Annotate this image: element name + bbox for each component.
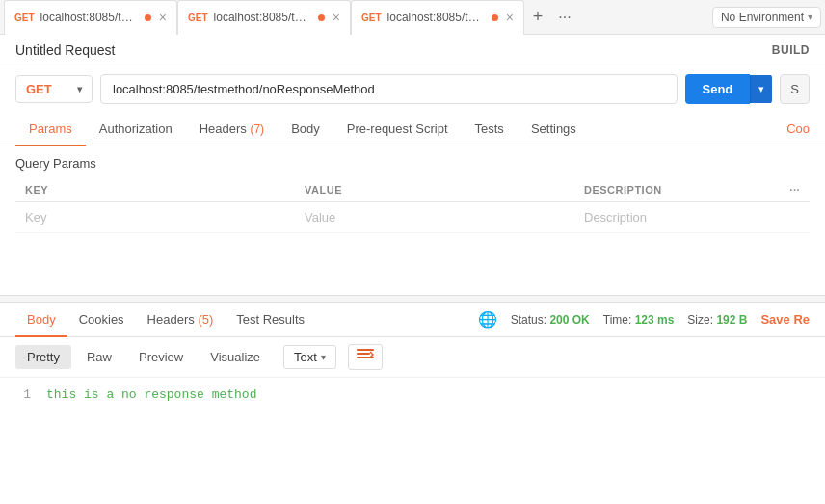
tab-1-close-icon[interactable]: × [159,10,167,25]
tab-3-close-icon[interactable]: × [506,10,514,25]
tab-3[interactable]: GET localhost:8085/testmet... × [351,0,524,35]
query-params-title: Query Params [15,156,810,171]
resp-tab-body-label: Body [27,312,56,327]
tab-params-label: Params [29,121,72,136]
resp-headers-badge: (5) [198,312,213,327]
scroll-button[interactable]: S [780,74,810,104]
format-tab-pretty-label: Pretty [27,350,60,364]
tab-1[interactable]: GET localhost:8085/testmet... × [4,0,177,35]
size-stat: Size: 192 B [687,313,747,327]
resp-tab-test-results-label: Test Results [236,312,305,327]
params-table: KEY VALUE DESCRIPTION ··· Key Value Desc… [15,178,810,233]
url-input[interactable] [100,74,678,104]
line-number-1: 1 [15,387,31,402]
response-tabs-bar: Body Cookies Headers (5) Test Results 🌐 … [0,303,825,337]
send-dropdown-button[interactable]: ▾ [750,75,772,103]
method-chevron-icon: ▾ [77,84,82,94]
tab-2-method: GET [188,13,208,23]
request-tabs: Params Authorization Headers (7) Body Pr… [0,112,825,146]
tab-2[interactable]: GET localhost:8085/testclas... × [177,0,351,35]
code-content-1: this is a no response method [46,387,256,402]
resp-tab-body[interactable]: Body [15,303,67,337]
tab-settings[interactable]: Settings [518,112,590,146]
response-status-bar: 🌐 Status: 200 OK Time: 123 ms Size: 192 … [478,310,810,329]
tab-tests[interactable]: Tests [462,112,518,146]
tab-headers-label: Headers [200,121,247,136]
send-button-group: Send ▾ [685,74,773,104]
svg-rect-1 [357,353,370,355]
value-placeholder[interactable]: Value [295,202,574,233]
globe-icon: 🌐 [478,310,497,329]
format-tab-visualize-label: Visualize [210,350,260,364]
code-area: 1 this is a no response method [0,378,825,411]
tab-bar: GET localhost:8085/testmet... × GET loca… [0,0,825,35]
request-title-bar: Untitled Request BUILD [0,35,825,66]
tab-1-url: localhost:8085/testmet... [40,11,139,24]
format-type-dropdown[interactable]: Text ▾ [283,345,336,369]
tab-body[interactable]: Body [278,112,333,146]
resp-tab-test-results[interactable]: Test Results [225,303,316,337]
tab-2-dot [318,14,325,21]
request-title: Untitled Request [15,42,116,58]
tab-prerequest[interactable]: Pre-request Script [333,112,462,146]
time-stat: Time: 123 ms [603,313,675,327]
status-badge: Status: 200 OK [511,313,590,327]
tab-prerequest-label: Pre-request Script [347,121,448,136]
build-button[interactable]: BUILD [772,43,810,57]
send-button[interactable]: Send [685,74,751,104]
wrap-lines-button[interactable] [348,344,383,370]
tab-3-method: GET [361,13,382,23]
tab-authorization-label: Authorization [99,121,173,136]
resp-tab-cookies-label: Cookies [79,312,124,327]
method-label: GET [26,82,52,96]
row-actions [771,202,810,233]
code-line-1: 1 this is a no response method [15,387,810,402]
format-tab-pretty[interactable]: Pretty [15,345,71,369]
tab-3-dot [492,14,498,21]
format-type-label: Text [294,350,317,364]
format-tab-preview[interactable]: Preview [127,345,195,369]
svg-rect-0 [357,349,374,351]
tab-2-close-icon[interactable]: × [333,10,340,25]
env-label: No Environment [721,11,804,24]
tab-2-url: localhost:8085/testclas... [214,11,312,24]
actions-column-header: ··· [771,178,810,202]
section-divider [0,295,825,303]
format-chevron-icon: ▾ [321,352,326,362]
more-tabs-button[interactable]: ··· [551,4,578,31]
resp-tab-cookies[interactable]: Cookies [67,303,136,337]
key-column-header: KEY [15,178,295,202]
tab-authorization[interactable]: Authorization [86,112,186,146]
tab-body-label: Body [291,121,320,136]
wrap-icon [357,349,374,362]
query-params-section: Query Params KEY VALUE DESCRIPTION ··· K… [0,146,825,237]
environment-selector[interactable]: No Environment ▾ [712,7,821,28]
tab-headers[interactable]: Headers (7) [186,112,278,146]
tab-params[interactable]: Params [15,112,86,146]
method-select[interactable]: GET ▾ [15,75,93,103]
format-tabs-bar: Pretty Raw Preview Visualize Text ▾ [0,337,825,378]
headers-badge: (7) [250,122,264,136]
save-response-button[interactable]: Save Re [760,312,810,327]
new-tab-button[interactable]: + [524,4,551,31]
resp-tab-headers[interactable]: Headers (5) [136,303,226,337]
table-row: Key Value Description [15,202,810,233]
key-placeholder[interactable]: Key [15,202,295,233]
tab-settings-label: Settings [531,121,576,136]
description-column-header: DESCRIPTION [574,178,771,202]
value-column-header: VALUE [295,178,574,202]
format-tab-visualize[interactable]: Visualize [199,345,272,369]
format-tab-preview-label: Preview [139,350,183,364]
format-tab-raw[interactable]: Raw [75,345,123,369]
tab-1-method: GET [14,13,35,23]
resp-tab-headers-label: Headers [147,312,195,327]
description-placeholder[interactable]: Description [574,202,771,233]
params-table-header: KEY VALUE DESCRIPTION ··· [15,178,810,202]
tab-1-dot [145,14,151,21]
url-bar: GET ▾ Send ▾ S [0,66,825,112]
cookies-link[interactable]: Coo [786,112,810,146]
format-tab-raw-label: Raw [87,350,112,364]
tab-3-url: localhost:8085/testmet... [387,11,486,24]
env-chevron-icon: ▾ [808,12,812,22]
tab-tests-label: Tests [475,121,504,136]
